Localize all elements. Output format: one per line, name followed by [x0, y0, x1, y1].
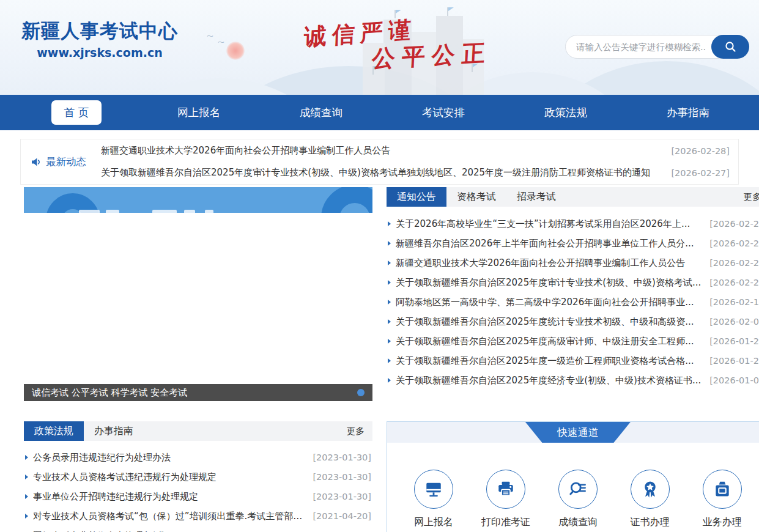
slogan-line-2: 公平公正	[371, 37, 492, 75]
notice-list-item: 关于领取新疆维吾尔自治区2025年度统计专业技术初级、中级和高级资... [20…	[387, 312, 759, 331]
news-date: [2023-01-30]	[313, 472, 371, 482]
news-link[interactable]: 关于领取新疆维吾尔自治区2025年度一级造价工程师职业资格考试合格...	[396, 355, 701, 367]
news-link[interactable]: 关于领取新疆维吾尔自治区2025年度统计专业技术初级、中级和高级资...	[396, 316, 701, 328]
news-link[interactable]: 事业单位公开招聘违纪违规行为处理规定	[33, 491, 304, 503]
sun-art	[226, 42, 245, 60]
news-date: [2021-04-20]	[313, 511, 371, 521]
bullet-triangle-icon	[25, 494, 28, 499]
notice-list-item: 关于领取新疆维吾尔自治区2025年度经济专业(初级、中级)技术资格证书... […	[387, 371, 759, 390]
notice-list-item: 关于领取新疆维吾尔自治区2025年度高级审计师、中级注册安全工程师... [20…	[387, 331, 759, 351]
bullet-triangle-icon	[25, 475, 28, 479]
news-link[interactable]: 图解 | 《事业单位人事管理条例》	[33, 530, 304, 532]
nav-item[interactable]: 办事指南	[627, 95, 749, 130]
bullet-triangle-icon	[388, 300, 391, 305]
policy-tabbar: 政策法规 办事指南 更多	[24, 421, 372, 441]
site-header: 〜 〜 新疆人事考试中心 www.xjrsks.com.cn 诚信严谨 公平公正	[0, 0, 759, 95]
news-link[interactable]: 对专业技术人员资格考试“包（保）过”培训须出重拳.考试主管部门：非...	[33, 511, 304, 522]
bullet-triangle-icon	[388, 241, 391, 246]
news-date: [2026-02-28]	[709, 238, 759, 248]
carousel-indicator-dot[interactable]	[357, 389, 365, 396]
news-date: [2026-01-20]	[709, 356, 759, 366]
news-date: [2026-02-28]	[709, 219, 759, 229]
ticker-row: 关于领取新疆维吾尔自治区2025年度审计专业技术(初级、中级)资格考试单独划线地…	[101, 162, 738, 184]
tab-recruitment-exams[interactable]: 招录考试	[506, 187, 566, 207]
news-link[interactable]: 关于领取新疆维吾尔自治区2025年度经济专业(初级、中级)技术资格证书...	[396, 375, 701, 386]
news-link[interactable]: 公务员录用违规违纪行为处理办法	[33, 452, 304, 464]
news-date: [2026-02-27]	[671, 168, 730, 178]
bullet-triangle-icon	[25, 514, 28, 519]
policy-list-item: 公务员录用违规违纪行为处理办法 [2023-01-30]	[24, 448, 372, 467]
quick-access-items: 网上报名 打印	[387, 443, 759, 529]
news-date: [2023-01-30]	[313, 453, 371, 462]
policy-list-item: 事业单位公开招聘违纪违规行为处理规定 [2023-01-30]	[24, 487, 372, 506]
news-link[interactable]: 关于领取新疆维吾尔自治区2025年度高级审计师、中级注册安全工程师...	[396, 336, 701, 347]
main-columns: 诚信考试 公平考试 科学考试 安全考试 政策法规 办事指南 更多 公务员录用违规…	[24, 187, 735, 532]
notice-list-item: 阿勒泰地区第一高级中学、第二高级中学2026年面向社会公开招聘事业... [20…	[387, 292, 759, 312]
quick-access-header: 快速通道	[387, 422, 759, 443]
news-link[interactable]: 新疆交通职业技术大学2026年面向社会公开招聘事业编制工作人员公告	[396, 257, 701, 269]
notice-tabbar: 通知公告 资格考试 招录考试 更多	[387, 187, 759, 207]
business-badge-icon	[713, 479, 732, 499]
policy-more-link[interactable]: 更多	[347, 421, 372, 441]
page: 〜 〜 新疆人事考试中心 www.xjrsks.com.cn 诚信严谨 公平公正	[0, 0, 759, 532]
bullet-triangle-icon	[25, 455, 28, 460]
news-link[interactable]: 新疆维吾尔自治区2026年上半年面向社会公开招聘事业单位工作人员分...	[396, 238, 701, 249]
bullet-triangle-icon	[388, 280, 391, 285]
bullet-triangle-icon	[388, 221, 391, 226]
tab-qualification-exams[interactable]: 资格考试	[446, 187, 506, 207]
bird-art: 〜	[207, 33, 213, 40]
quick-access-panel: 快速通道 网上报名	[387, 421, 759, 532]
news-link[interactable]: 新疆交通职业技术大学2026年面向社会公开招聘事业编制工作人员公告	[101, 145, 662, 157]
news-link[interactable]: 阿勒泰地区第一高级中学、第二高级中学2026年面向社会公开招聘事业...	[396, 297, 701, 308]
main-nav: 首 页网上报名成绩查询考试安排政策法规办事指南	[0, 95, 759, 130]
banner-image	[24, 187, 372, 213]
news-date: [2026-02-28]	[709, 258, 759, 268]
notice-more-link[interactable]: 更多	[744, 187, 759, 207]
news-date: [2026-02-09]	[709, 317, 759, 327]
carousel-caption: 诚信考试 公平考试 科学考试 安全考试	[32, 387, 187, 399]
quick-item-print-admission-ticket[interactable]: 打印准考证	[476, 470, 535, 529]
nav-item[interactable]: 成绩查询	[260, 95, 382, 130]
quick-item-score-query[interactable]: 成绩查询	[549, 470, 607, 529]
ticker-row: 新疆交通职业技术大学2026年面向社会公开招聘事业编制工作人员公告 [2026-…	[101, 140, 738, 162]
bullet-triangle-icon	[388, 339, 391, 344]
bullet-triangle-icon	[388, 358, 391, 363]
site-logo[interactable]: 新疆人事考试中心 www.xjrsks.com.cn	[21, 18, 178, 59]
site-title: 新疆人事考试中心	[21, 18, 178, 44]
bird-art: 〜	[218, 39, 224, 46]
quick-item-business-processing[interactable]: 业务办理	[693, 470, 752, 529]
news-link[interactable]: 关于领取新疆维吾尔自治区2025年度审计专业技术(初级、中级)资格考试...	[396, 277, 701, 289]
notice-list-item: 关于领取新疆维吾尔自治区2025年度审计专业技术(初级、中级)资格考试... […	[387, 273, 759, 292]
quick-item-online-registration[interactable]: 网上报名	[404, 470, 463, 529]
banner-carousel[interactable]: 诚信考试 公平考试 科学考试 安全考试	[24, 187, 372, 401]
search-input[interactable]	[566, 42, 711, 52]
latest-news-ticker: 最新动态 新疆交通职业技术大学2026年面向社会公开招聘事业编制工作人员公告 […	[20, 139, 739, 185]
nav-item[interactable]: 考试安排	[382, 95, 505, 130]
policy-panel: 政策法规 办事指南 更多 公务员录用违规违纪行为处理办法 [2023-01-30…	[24, 421, 372, 532]
news-link[interactable]: 专业技术人员资格考试违纪违规行为处理规定	[33, 471, 304, 483]
right-column: 通知公告 资格考试 招录考试 更多 关于2026年高校毕业生“三支一扶”计划招募…	[387, 187, 759, 532]
policy-list-item: 专业技术人员资格考试违纪违规行为处理规定 [2023-01-30]	[24, 467, 372, 487]
news-date: [2026-02-14]	[709, 297, 759, 307]
nav-item[interactable]: 网上报名	[138, 95, 260, 130]
quick-item-certificate-processing[interactable]: 证书办理	[621, 470, 679, 529]
news-date: [2026-01-27]	[709, 336, 759, 346]
bullet-triangle-icon	[388, 378, 391, 383]
tab-notices[interactable]: 通知公告	[387, 187, 446, 207]
nav-item[interactable]: 政策法规	[505, 95, 627, 130]
quick-access-title: 快速通道	[525, 422, 631, 443]
bullet-triangle-icon	[388, 319, 391, 324]
notice-list-item: 新疆交通职业技术大学2026年面向社会公开招聘事业编制工作人员公告 [2026-…	[387, 253, 759, 273]
news-link[interactable]: 关于领取新疆维吾尔自治区2025年度审计专业技术(初级、中级)资格考试单独划线地…	[101, 167, 662, 179]
nav-item[interactable]: 首 页	[15, 95, 138, 130]
notice-list-item: 新疆维吾尔自治区2026年上半年面向社会公开招聘事业单位工作人员分... [20…	[387, 234, 759, 253]
news-date: [2023-01-30]	[313, 492, 371, 501]
printer-icon	[496, 479, 516, 499]
latest-news-label: 最新动态	[21, 155, 101, 169]
certificate-medal-icon	[640, 479, 660, 499]
search-button[interactable]	[711, 35, 749, 59]
tab-policy[interactable]: 政策法规	[24, 421, 84, 441]
search-icon	[724, 40, 737, 53]
tab-guide[interactable]: 办事指南	[84, 421, 144, 441]
news-link[interactable]: 关于2026年高校毕业生“三支一扶”计划招募考试采用自治区2026年上...	[396, 218, 701, 230]
